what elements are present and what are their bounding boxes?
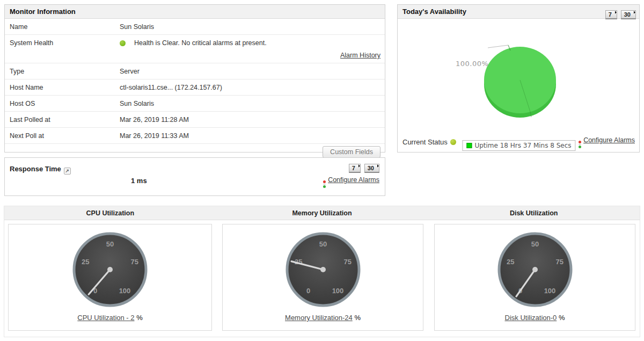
- response-range-buttons: 7 30: [349, 164, 379, 173]
- monitor-info-table: NameSun SolarisSystem HealthHealth is Cl…: [5, 19, 385, 144]
- disk-gauge: 0255075100: [495, 229, 575, 312]
- configure-alarms: Configure Alarms: [323, 176, 379, 188]
- range-30-button[interactable]: 30: [621, 10, 636, 19]
- svg-text:75: 75: [343, 258, 351, 266]
- row-label: Host OS: [5, 96, 120, 111]
- memory-utilization-header: Memory Utilization: [216, 206, 428, 220]
- flag-icon: [632, 11, 635, 14]
- response-time-value: 1 ms: [131, 177, 147, 185]
- svg-text:50: 50: [319, 240, 326, 248]
- table-row: Last Polled atMar 26, 2019 11:28 AM: [5, 112, 385, 128]
- disk-utilization-header: Disk Utilization: [428, 206, 640, 220]
- cpu-utilization-header: CPU Utilization: [4, 206, 216, 220]
- row-label: System Health: [5, 35, 120, 50]
- disk-gauge-card: 0255075100 Disk Utilization-0 %: [434, 224, 635, 331]
- status-green-dot-icon: [450, 139, 456, 145]
- memory-utilization-link[interactable]: Memory Utilization-24: [285, 314, 353, 322]
- row-value: Server: [120, 63, 385, 79]
- row-label: Last Polled at: [5, 112, 120, 127]
- memory-gauge-card: 0255075100 Memory Utilization-24 %: [222, 224, 423, 331]
- cpu-utilization-link[interactable]: CPU Utilization - 2: [77, 314, 134, 322]
- configure-alarms: Configure Alarms: [579, 136, 635, 148]
- range-7-button[interactable]: 7: [349, 164, 361, 173]
- custom-fields-button[interactable]: Custom Fields: [323, 146, 380, 158]
- external-link-icon[interactable]: ↗: [64, 168, 71, 175]
- monitor-information-panel: Monitor Information NameSun SolarisSyste…: [4, 4, 385, 153]
- svg-text:0: 0: [306, 287, 310, 295]
- health-green-dot-icon: [120, 40, 126, 46]
- memory-gauge: 0255075100: [283, 229, 363, 312]
- row-value: ctl-solaris11.cse... (172.24.157.67): [120, 79, 385, 95]
- table-row: Host OSSun Solaris: [5, 96, 385, 112]
- panel-title: Today's Availability: [398, 5, 639, 19]
- table-row: Host Namectl-solaris11.cse... (172.24.15…: [5, 79, 385, 96]
- utilization-header: CPU Utilization Memory Utilization Disk …: [4, 206, 640, 220]
- availability-range-buttons: 7 30: [605, 10, 636, 19]
- table-row: Next Poll atMar 26, 2019 11:33 AM: [5, 128, 385, 144]
- availability-panel: Today's Availability 7 30 100.00% Uptime…: [397, 4, 640, 153]
- svg-text:25: 25: [82, 258, 89, 266]
- row-label: Host Name: [5, 79, 120, 95]
- current-status: Current Status: [402, 138, 456, 146]
- flag-icon: [613, 11, 617, 14]
- svg-text:75: 75: [131, 258, 138, 266]
- disk-utilization-link[interactable]: Disk Utilization-0: [505, 314, 557, 322]
- svg-text:75: 75: [555, 258, 563, 266]
- svg-text:100: 100: [544, 287, 555, 295]
- panel-title: Monitor Information: [5, 5, 385, 19]
- response-time-panel: Response Time↗ 7 30 1 ms Configure Alarm…: [4, 157, 385, 196]
- row-label: Name: [5, 19, 120, 34]
- traffic-light-icon: [579, 141, 581, 148]
- row-value: Sun Solaris: [120, 19, 385, 34]
- row-value: Mar 26, 2019 11:28 AM: [120, 112, 385, 127]
- alarm-history-link[interactable]: Alarm History: [120, 52, 380, 59]
- cpu-gauge: 0255075100: [70, 229, 150, 312]
- range-30-button[interactable]: 30: [364, 164, 379, 173]
- configure-alarms-link[interactable]: Configure Alarms: [328, 176, 379, 184]
- row-label: Type: [5, 63, 120, 79]
- table-row: System HealthHealth is Clear. No critica…: [5, 35, 385, 63]
- row-label: Next Poll at: [5, 128, 120, 143]
- disk-gauge-caption: Disk Utilization-0 %: [435, 314, 635, 322]
- cpu-gauge-card: 0255075100 CPU Utilization - 2 %: [8, 224, 212, 331]
- table-row: NameSun Solaris: [5, 19, 385, 35]
- availability-pie-chart: 100.00% Uptime 18 Hrs 37 Mins 8 Secs: [398, 20, 640, 127]
- utilization-section: CPU Utilization Memory Utilization Disk …: [4, 206, 640, 337]
- traffic-light-icon: [323, 180, 326, 188]
- configure-alarms-link[interactable]: Configure Alarms: [583, 136, 635, 144]
- row-value: Health is Clear. No critical alarms at p…: [120, 35, 385, 63]
- pie-data-label: 100.00%: [456, 60, 488, 68]
- svg-text:100: 100: [332, 287, 343, 295]
- table-row: TypeServer: [5, 63, 385, 79]
- svg-text:50: 50: [106, 240, 114, 248]
- monitor-info-footer: Custom Fields: [5, 144, 385, 158]
- flag-icon: [376, 164, 379, 168]
- svg-text:50: 50: [531, 240, 538, 248]
- row-value: Mar 26, 2019 11:33 AM: [120, 128, 385, 143]
- svg-text:100: 100: [119, 287, 131, 295]
- row-value: Sun Solaris: [120, 96, 385, 111]
- memory-gauge-caption: Memory Utilization-24 %: [223, 314, 423, 322]
- response-time-title: Response Time↗: [10, 165, 71, 175]
- cpu-gauge-caption: CPU Utilization - 2 %: [9, 314, 211, 322]
- range-7-button[interactable]: 7: [605, 10, 617, 19]
- flag-icon: [357, 164, 360, 168]
- svg-text:25: 25: [506, 258, 514, 266]
